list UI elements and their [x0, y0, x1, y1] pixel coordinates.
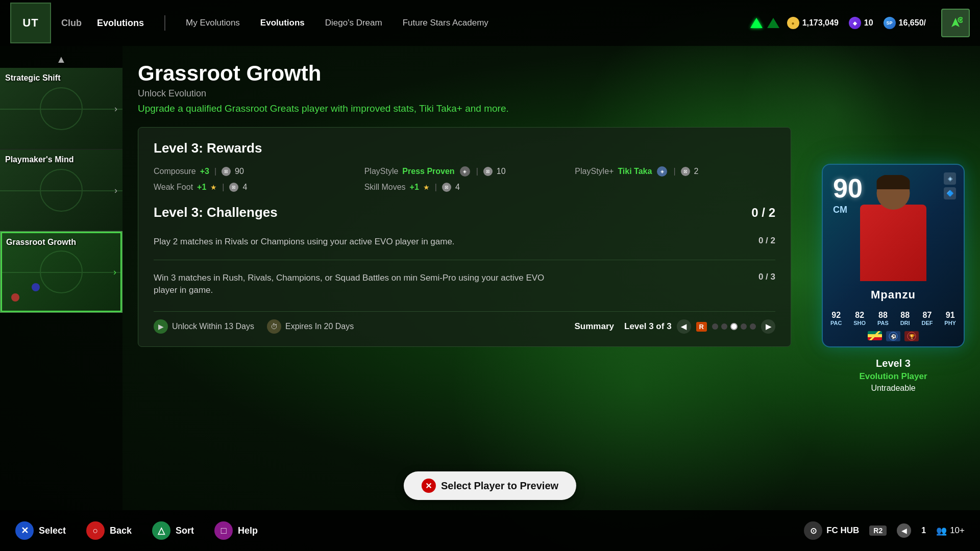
- weak-foot-star: ★: [210, 183, 217, 191]
- level-r-badge: R: [696, 322, 707, 332]
- unlock-icon: ▶: [154, 319, 168, 334]
- nav-future-stars[interactable]: Future Stars Academy: [403, 18, 488, 28]
- challenges-progress: 0 / 2: [751, 206, 775, 220]
- main-content: Grassroot Growth Unlock Evolution Upgrad…: [122, 46, 980, 510]
- prev-page-icon[interactable]: ◀: [897, 523, 911, 538]
- nav-evolutions-sub[interactable]: Evolutions: [260, 18, 305, 28]
- level-dot-2: [721, 323, 727, 330]
- unlock-days-item: ▶ Unlock Within 13 Days: [154, 319, 254, 334]
- sidebar-item-playmakers-mind[interactable]: Playmaker's Mind ›: [0, 149, 122, 231]
- rank-icons: [750, 18, 779, 28]
- chevron-right-icon-1: ›: [114, 103, 117, 114]
- card-stat-phy-lbl: PHY: [944, 320, 956, 326]
- chevron-up-icon: ▲: [56, 54, 66, 65]
- help-button[interactable]: □ Help: [214, 521, 258, 540]
- card-stat-phy-val: 91: [944, 311, 956, 320]
- skill-moves-stat-icon: ⊠: [442, 183, 451, 192]
- weak-foot-sep: |: [222, 183, 224, 192]
- league-badge: 🏆: [904, 331, 919, 341]
- sp-value: 16,650/: [899, 18, 926, 28]
- bottom-right: ⊙ FC HUB R2 ◀ 1 👥 10+: [804, 521, 965, 540]
- challenge-count-2: 0 / 3: [758, 272, 775, 282]
- field-marker-lb: [32, 283, 40, 291]
- player-card: ◈ 🔷 90 CM Mpanzu 92 PA: [822, 164, 965, 347]
- sort-button[interactable]: △ Sort: [152, 521, 194, 540]
- page-description: Upgrade a qualified Grassroot Greats pla…: [138, 103, 791, 114]
- flag-congo: [868, 331, 882, 340]
- card-stat-def-val: 87: [921, 311, 933, 320]
- fc-points-display: ◆ 10: [849, 17, 873, 29]
- unlock-days-label: Unlock Within 13 Days: [172, 322, 254, 331]
- select-player-button[interactable]: ✕ Select Player to Preview: [404, 471, 576, 500]
- players-count-value: 10+: [950, 525, 965, 536]
- card-stat-dri: 88 DRI: [900, 311, 910, 326]
- o-button-icon: ○: [86, 521, 105, 540]
- currency-area: ● 1,173,049 ◆ 10 SP 16,650/: [787, 9, 970, 37]
- coins-value: 1,173,049: [802, 18, 839, 28]
- playstyle-stat-icon: ⊠: [483, 167, 493, 176]
- select-btn-x-icon: ✕: [422, 479, 436, 493]
- select-button[interactable]: ✕ Select: [15, 521, 66, 540]
- card-level-text: Level 3: [859, 358, 927, 369]
- reward-weak-foot: Weak Foot +1 ★ | ⊠ 4: [154, 183, 354, 192]
- playstyle-plus-stat: 2: [694, 167, 699, 176]
- player-card-area: ◈ 🔷 90 CM Mpanzu 92 PA: [806, 46, 980, 510]
- rank-icon-2: [767, 18, 779, 28]
- challenge-divider: [154, 260, 775, 260]
- playstyle-plus-name: Tiki Taka: [618, 167, 652, 176]
- sidebar-scroll-up[interactable]: ▲: [0, 51, 122, 68]
- card-stat-sho-lbl: SHO: [853, 320, 866, 326]
- unlock-label: Unlock Evolution: [138, 88, 791, 99]
- club-icon: ⚽: [889, 332, 898, 341]
- card-stat-def-lbl: DEF: [921, 320, 933, 326]
- reward-skill-moves: Skill Moves +1 ★ | ⊠ 4: [364, 183, 565, 192]
- sort-button-label: Sort: [176, 525, 194, 536]
- sp-icon: SP: [884, 17, 896, 29]
- skill-moves-stat: 4: [455, 183, 460, 192]
- summary-link[interactable]: Summary: [575, 321, 614, 332]
- fchub-item[interactable]: ⊙ FC HUB: [804, 521, 859, 540]
- fchub-label: FC HUB: [826, 525, 859, 536]
- challenge-text-2: Win 3 matches in Rush, Rivals, Champions…: [154, 272, 562, 296]
- playstyle-label: PlayStyle: [364, 167, 399, 176]
- card-stat-phy: 91 PHY: [944, 311, 956, 326]
- nav-my-evolutions[interactable]: My Evolutions: [186, 18, 240, 28]
- card-stats: 92 PAC 82 SHO 88 PAS 88 DRI 87 DEF: [830, 311, 956, 326]
- reward-playstyle-plus-tiki-taka: PlayStyle+ Tiki Taka ◈ | ⊠ 2: [575, 166, 775, 177]
- weak-foot-label: Weak Foot: [154, 183, 193, 192]
- profile-button[interactable]: [941, 9, 970, 37]
- expires-days-label: Expires In 20 Days: [285, 322, 354, 331]
- chevron-right-icon-2: ›: [114, 185, 117, 195]
- card-evolution-text: Evolution Player: [859, 371, 927, 382]
- card-stat-def: 87 DEF: [921, 311, 933, 326]
- sidebar-item-grassroot-growth[interactable]: Grassroot Growth ›: [0, 231, 122, 313]
- level-navigation: Summary Level 3 of 3 ◀ R ▶: [575, 319, 775, 334]
- triangle-button-icon: △: [152, 521, 170, 540]
- fc-points-value: 10: [864, 18, 873, 28]
- card-stat-pas-lbl: PAS: [877, 320, 889, 326]
- level-indicator: Level 3 of 3 ◀ R ▶: [624, 319, 775, 334]
- level-dots: [712, 323, 756, 330]
- nav-evolutions[interactable]: Evolutions: [97, 18, 144, 29]
- playstyle-plus-stat-icon: ⊠: [681, 167, 690, 176]
- weak-foot-value: +1: [197, 183, 206, 192]
- chevron-right-icon-3: ›: [113, 267, 116, 278]
- logo: UT: [10, 3, 51, 43]
- challenges-title: Level 3: Challenges: [154, 205, 278, 220]
- reward-composure-sep: |: [214, 167, 216, 176]
- challenge-text-1: Play 2 matches in Rivals or Champions us…: [154, 236, 455, 248]
- reward-composure-label: Composure: [154, 167, 196, 176]
- level-next-btn[interactable]: ▶: [761, 319, 775, 334]
- sidebar-item-strategic-shift[interactable]: Strategic Shift ›: [0, 68, 122, 149]
- nav-diegos-dream[interactable]: Diego's Dream: [325, 18, 382, 28]
- svg-text:🏆: 🏆: [909, 334, 915, 340]
- challenge-row-2: Win 3 matches in Rush, Rivals, Champions…: [154, 272, 775, 296]
- nav-club[interactable]: Club: [61, 18, 82, 29]
- card-stat-pac-val: 92: [830, 311, 842, 320]
- composure-icon: ⊠: [222, 167, 231, 176]
- card-stat-dri-lbl: DRI: [900, 320, 910, 326]
- back-button[interactable]: ○ Back: [86, 521, 132, 540]
- level-prev-btn[interactable]: ◀: [677, 319, 691, 334]
- skill-moves-star: ★: [423, 183, 430, 191]
- select-player-label: Select Player to Preview: [441, 480, 558, 492]
